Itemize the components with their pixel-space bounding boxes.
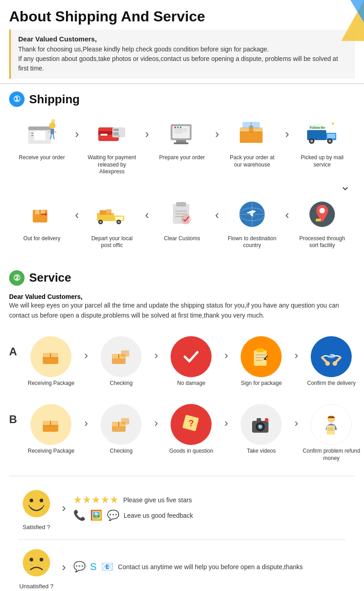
svg-rect-59 <box>100 210 106 215</box>
service-label: Service <box>29 271 71 285</box>
satisfied-face <box>18 485 55 522</box>
arrow-4: › <box>282 127 293 141</box>
pickup-icon: Follow Me <box>304 115 340 152</box>
row-a-label: A <box>9 333 17 358</box>
svg-text:?: ? <box>188 418 194 428</box>
unsatisfied-arrow: › <box>62 560 66 574</box>
depart-label: Depart your local post offic <box>87 235 137 249</box>
svg-point-107 <box>265 418 268 422</box>
satisfied-label: Satisfied ? <box>23 524 51 530</box>
stars-line: ★★★★★ Please give us five stars <box>73 494 193 506</box>
feedback-text: Leave us good feedback <box>124 512 193 519</box>
arrow-b3: ‹ <box>212 208 222 222</box>
svg-rect-106 <box>257 418 261 422</box>
flow-item-pickup: Follow Me Picked up by mail service <box>293 115 352 168</box>
shipping-num: ① <box>9 91 25 107</box>
svg-rect-60 <box>106 209 111 215</box>
service-a-checking-label: Checking <box>110 380 132 387</box>
skype-icon: S <box>90 561 97 573</box>
contact-line: 💬 S 📧 Contact us anytime we will help yo… <box>73 561 303 573</box>
arrow-b4: ‹ <box>282 208 293 222</box>
receiving-a-icon <box>30 336 71 377</box>
flow-item-pack: Pack your order at our warehouse <box>222 115 282 168</box>
outdelivery-label: Out for delivery <box>23 235 60 242</box>
service-row-b-container: B Receiving Package <box>9 396 355 471</box>
unsatisfied-face-col: Unsatisfied ? <box>18 545 55 590</box>
unsatisfied-content: 💬 S 📧 Contact us anytime we will help yo… <box>73 561 303 573</box>
service-arrow-a2: › <box>151 349 162 362</box>
contact-text: Contact us anytime we will help you befo… <box>118 563 303 571</box>
satisfied-face-col: Satisfied ? <box>18 485 55 530</box>
svg-point-115 <box>40 499 43 502</box>
customs-label: Clear Customs <box>164 235 200 242</box>
satisfied-arrow: › <box>62 501 66 515</box>
prepare-icon <box>164 115 200 152</box>
service-arrow-a4: › <box>291 349 302 362</box>
svg-point-13 <box>51 119 55 123</box>
service-arrow-a3: › <box>221 349 232 362</box>
svg-point-117 <box>30 558 33 561</box>
svg-rect-24 <box>176 140 186 142</box>
receiving-b-icon <box>30 404 71 445</box>
svg-point-44 <box>329 140 331 142</box>
header-greeting: Dear Valued Customers, <box>18 35 348 43</box>
service-b-receiving: Receiving Package <box>21 404 81 455</box>
service-body: Dear Valued Customers, We will keep eyes… <box>0 289 364 591</box>
service-b-refund: Confirm problem refund money <box>302 404 361 462</box>
service-row-a-container: A Receiving Package <box>9 328 355 396</box>
svg-point-91 <box>333 361 337 366</box>
feedback-line: 📞 🖼️ 💬 Leave us good feedback <box>73 510 193 521</box>
nodamage-icon <box>171 336 212 377</box>
flow-item-flown: Flown to destination country <box>222 196 282 249</box>
receive-icon <box>24 115 60 152</box>
service-a-confirm: Confirm the delivery <box>302 336 361 387</box>
checking-a-icon <box>101 336 142 377</box>
page-title: About Shipping And Service <box>9 8 355 25</box>
flow-item-prepare: Prepare your order <box>152 115 212 162</box>
sort-label: Processed through sort facility <box>297 235 347 249</box>
arrow-1: › <box>71 127 82 141</box>
satisfaction-section: Satisfied ? › ★★★★★ Please give us five … <box>9 481 355 591</box>
satisfied-row: Satisfied ? › ★★★★★ Please give us five … <box>18 485 346 530</box>
shipping-flow: Receive your order › 000 000 AliPay W <box>0 111 364 263</box>
svg-rect-83 <box>257 349 264 352</box>
arrow-b1: ‹ <box>71 208 82 222</box>
service-num: ② <box>9 270 25 286</box>
service-note: Dear Valued Customers, We will keep eyes… <box>9 289 355 328</box>
svg-point-72 <box>319 208 325 213</box>
flow-item-customs: Clear Customs <box>152 196 212 242</box>
svg-rect-4 <box>34 131 46 140</box>
depart-icon <box>94 196 130 232</box>
shipping-row-1: Receive your order › 000 000 AliPay W <box>5 111 359 180</box>
shipping-section: ① Shipping <box>0 84 364 263</box>
service-b-checking: Checking <box>91 404 151 455</box>
service-b-video: Take videos <box>232 404 291 455</box>
receive-label: Receive your order <box>19 154 65 162</box>
svg-rect-38 <box>307 130 326 140</box>
header-notice: Dear Valued Customers, Thank for choosin… <box>9 30 355 79</box>
row-b-label: B <box>9 400 17 426</box>
service-b-question: ? Goods in question <box>162 404 221 455</box>
divider-2 <box>18 540 346 540</box>
service-b-checking-label: Checking <box>110 448 132 455</box>
service-arrow-a1: › <box>81 349 91 362</box>
chat2-icon: 💬 <box>73 561 86 573</box>
prepare-label: Prepare your order <box>159 154 205 162</box>
service-title: ② Service <box>0 263 364 289</box>
phone-icon: 📞 <box>73 510 86 521</box>
service-section: ② Service Dear Valued Customers, We will… <box>0 263 364 591</box>
svg-rect-73 <box>316 219 321 222</box>
service-arrow-b3: › <box>221 417 232 429</box>
service-a-nodamage-label: No damage <box>177 380 205 387</box>
svg-point-113 <box>23 490 50 517</box>
svg-rect-25 <box>174 142 188 144</box>
unsatisfied-face <box>18 545 55 581</box>
service-b-receiving-label: Receiving Package <box>28 448 75 455</box>
unsatisfied-label: Unsatisfied ? <box>19 583 53 590</box>
svg-text:000: 000 <box>113 128 119 131</box>
chat-icon: 💬 <box>107 510 119 521</box>
svg-rect-81 <box>121 350 129 357</box>
service-greeting: Dear Valued Customers, <box>9 293 355 300</box>
photo-icon: 🖼️ <box>90 510 102 521</box>
customs-icon <box>164 196 200 232</box>
